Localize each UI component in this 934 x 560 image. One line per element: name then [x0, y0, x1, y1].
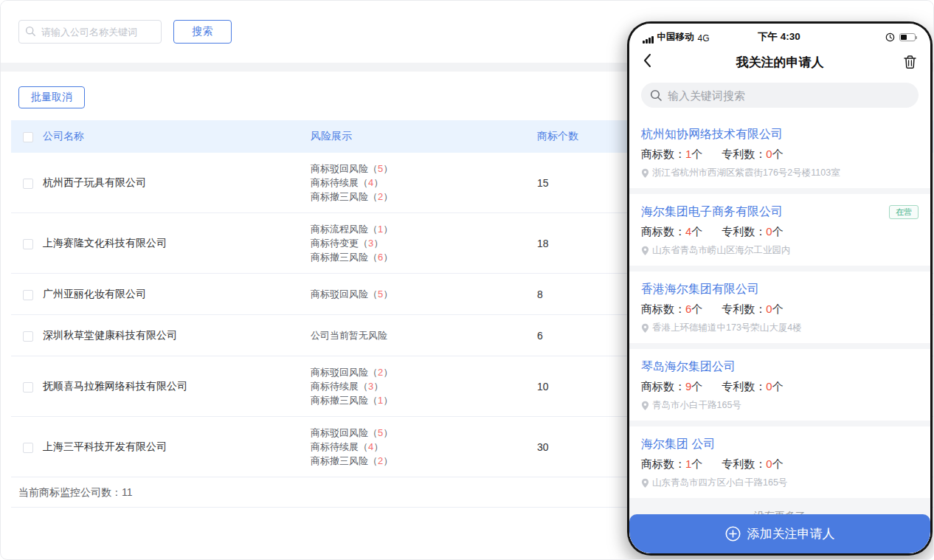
counts-line: 商标数：6个专利数：0个	[641, 303, 919, 317]
patent-count-label: 专利数：	[722, 148, 766, 160]
risk-paren: （	[368, 163, 378, 174]
patent-count-label: 专利数：	[722, 457, 766, 470]
risk-line: 公司当前暂无风险	[311, 328, 537, 342]
trademark-count-label: 商标数：	[641, 148, 685, 160]
patent-count-value: 0	[766, 148, 772, 160]
row-checkbox[interactable]	[23, 179, 33, 189]
row-checkbox[interactable]	[23, 331, 33, 342]
trash-icon	[903, 55, 917, 69]
applicant-card-top: 香港海尔集团有限公司	[641, 281, 919, 297]
row-checkbox-cell	[11, 315, 43, 356]
risk-display-cell: 商标驳回风险（2）商标待续展（3）商标撤三风险（1）	[311, 356, 537, 417]
risk-line: 商标待续展（3）	[311, 379, 537, 393]
risk-label: 商标撤三风险	[311, 252, 368, 263]
count-unit: 个	[772, 457, 783, 470]
address-text: 山东青岛市四方区小白干路165号	[652, 477, 787, 489]
risk-display-cell: 商标流程风险（1）商标待变更（3）商标撤三风险（6）	[311, 213, 537, 274]
applicant-name[interactable]: 海尔集团电子商务有限公司	[641, 204, 783, 220]
count-unit: 个	[691, 303, 702, 315]
applicant-card[interactable]: 香港海尔集团有限公司商标数：6个专利数：0个香港上环德辅道中173号荣山大厦4楼	[629, 272, 930, 343]
phone-search-input[interactable]	[668, 89, 910, 102]
page: 搜索 批量取消 公司名称 风险展示 商标个数 杭州西子玩具有限公司商标驳回风险（…	[0, 0, 934, 560]
search-button[interactable]: 搜索	[173, 20, 232, 44]
risk-line: 商标驳回风险（2）	[311, 365, 537, 379]
row-checkbox[interactable]	[23, 443, 33, 453]
address-text: 香港上环德辅道中173号荣山大厦4楼	[652, 322, 802, 334]
patent-count-group: 专利数：0个	[722, 457, 783, 470]
patent-count-group: 专利数：0个	[722, 380, 783, 393]
nav-bar: 我关注的申请人	[629, 46, 930, 78]
risk-paren: ）	[383, 224, 392, 235]
count-unit: 个	[691, 380, 702, 393]
risk-paren: （	[368, 455, 378, 466]
trademark-count-group: 商标数：6个	[641, 303, 702, 315]
address-line: 山东省青岛市崂山区海尔工业园内	[641, 244, 919, 257]
applicant-card[interactable]: 海尔集团电子商务有限公司在营商标数：4个专利数：0个山东省青岛市崂山区海尔工业园…	[629, 194, 930, 266]
risk-label: 商标撤三风险	[311, 191, 368, 202]
applicant-card[interactable]: 琴岛海尔集团公司商标数：9个专利数：0个青岛市小白干路165号	[629, 349, 930, 421]
risk-display-cell: 商标驳回风险（5）商标待续展（4）商标撤三风险（2）	[311, 417, 537, 477]
risk-paren: ）	[373, 381, 383, 392]
company-name: 上海三平科技开发有限公司	[43, 417, 311, 477]
risk-label: 公司当前暂无风险	[311, 330, 387, 341]
location-pin-icon	[641, 246, 649, 256]
applicant-card[interactable]: 海尔集团 公司商标数：1个专利数：0个山东青岛市四方区小白干路165号	[629, 426, 930, 498]
risk-label: 商标待续展	[311, 177, 359, 188]
patent-count-label: 专利数：	[722, 225, 766, 238]
risk-paren: ）	[373, 238, 383, 249]
applicant-name[interactable]: 琴岛海尔集团公司	[641, 359, 736, 375]
risk-line: 商标驳回风险（5）	[311, 162, 537, 176]
signal-strength-icon	[643, 36, 654, 44]
applicant-name[interactable]: 杭州知协网络技术有限公司	[641, 126, 783, 142]
applicant-card[interactable]: 杭州知协网络技术有限公司商标数：1个专利数：0个浙江省杭州市西湖区紫霞街176号…	[629, 117, 930, 188]
risk-display-cell: 商标驳回风险（5）商标待续展（4）商标撤三风险（2）	[311, 153, 537, 213]
risk-line: 商标撤三风险（2）	[311, 454, 537, 468]
risk-paren: ）	[383, 367, 392, 378]
applicant-name[interactable]: 香港海尔集团有限公司	[641, 281, 759, 297]
risk-paren: ）	[373, 441, 383, 452]
select-all-checkbox[interactable]	[23, 132, 33, 142]
search-icon	[25, 26, 36, 37]
risk-line: 商标流程风险（1）	[311, 222, 537, 236]
row-checkbox-cell	[11, 213, 43, 274]
patent-count-label: 专利数：	[722, 303, 766, 315]
risk-paren: （	[368, 288, 378, 300]
location-pin-icon	[641, 168, 649, 179]
row-checkbox-cell	[11, 356, 43, 417]
batch-cancel-button[interactable]: 批量取消	[18, 86, 85, 108]
risk-paren: ）	[383, 163, 392, 174]
trademark-count-group: 商标数：1个	[641, 148, 702, 160]
company-name: 广州亚丽化妆有限公司	[43, 274, 311, 315]
back-button[interactable]	[643, 53, 672, 71]
risk-paren: （	[368, 252, 378, 263]
row-checkbox[interactable]	[23, 382, 33, 393]
add-applicant-button[interactable]: 添加关注申请人	[629, 514, 930, 553]
row-checkbox-cell	[11, 417, 43, 477]
risk-label: 商标撤三风险	[311, 455, 368, 466]
count-unit: 个	[772, 148, 783, 160]
status-time: 下午 4:30	[738, 30, 820, 44]
company-search-box	[18, 20, 162, 44]
address-line: 青岛市小白干路165号	[641, 399, 919, 412]
risk-line: 商标驳回风险（5）	[311, 426, 537, 440]
trademark-count-label: 商标数：	[641, 380, 685, 393]
company-name: 抚顺喜马拉雅网络科技有限公司	[43, 356, 311, 417]
risk-paren: ）	[383, 427, 392, 438]
patent-count-value: 0	[766, 303, 772, 315]
applicant-name[interactable]: 海尔集团 公司	[641, 436, 715, 452]
risk-paren: （	[368, 224, 378, 235]
risk-line: 商标撤三风险（2）	[311, 190, 537, 204]
trademark-count-label: 商标数：	[641, 303, 685, 315]
row-checkbox[interactable]	[23, 239, 33, 249]
count-unit: 个	[691, 148, 702, 160]
patent-count-label: 专利数：	[722, 380, 766, 393]
delete-button[interactable]	[888, 55, 917, 69]
row-checkbox[interactable]	[23, 290, 33, 300]
count-unit: 个	[691, 457, 702, 470]
company-search-input[interactable]	[18, 20, 162, 44]
applicant-card-top: 琴岛海尔集团公司	[641, 359, 919, 375]
risk-paren: ）	[383, 252, 392, 263]
location-pin-icon	[641, 478, 649, 488]
risk-paren: ）	[373, 177, 383, 188]
risk-paren: ）	[383, 288, 392, 300]
